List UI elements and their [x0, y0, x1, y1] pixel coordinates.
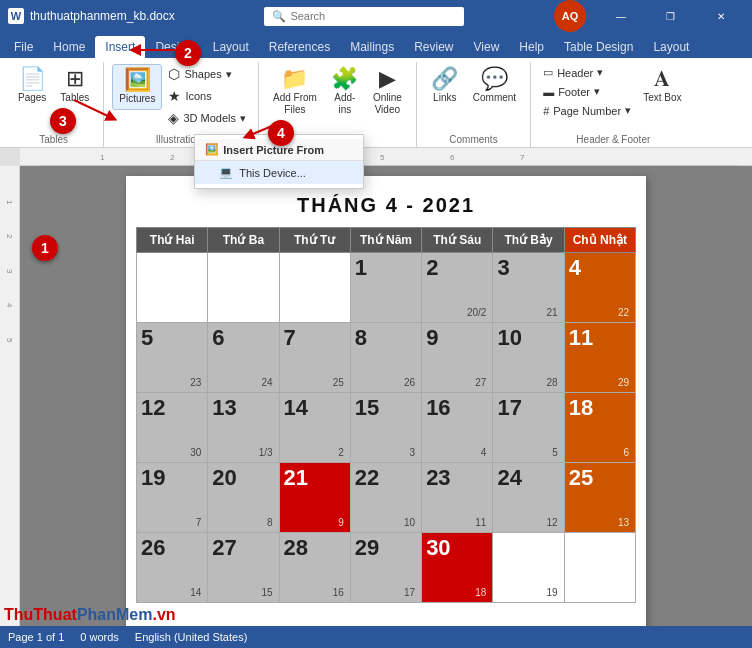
page-number-button[interactable]: # Page Number ▾ [539, 102, 635, 119]
calendar-table: Thứ Hai Thứ Ba Thứ Tư Thứ Năm Thứ Sáu Th… [136, 227, 636, 603]
watermark-text2: PhanMem [77, 606, 153, 623]
cal-row-3: 1230 131/3 142 153 164 175 186 [137, 393, 636, 463]
cal-cell-23: 2311 [422, 463, 493, 533]
tables-button[interactable]: ⊞ Tables [54, 64, 95, 108]
tab-design[interactable]: Design [145, 36, 202, 58]
cal-row-4: 197 208 219 2210 2311 2412 2513 [137, 463, 636, 533]
add-from-files-button[interactable]: 📁 Add FromFiles [267, 64, 323, 120]
3d-models-button[interactable]: ◈ 3D Models ▾ [164, 108, 250, 128]
ribbon-items-pages: 📄 Pages ⊞ Tables [12, 62, 95, 134]
calendar: THÁNG 4 - 2021 Thứ Hai Thứ Ba Thứ Tư Thứ… [136, 186, 636, 603]
tab-help[interactable]: Help [509, 36, 554, 58]
pictures-button[interactable]: 🖼️ Pictures [112, 64, 162, 110]
icons-button[interactable]: ★ Icons [164, 86, 250, 106]
cal-cell-empty-3 [279, 253, 350, 323]
th-fri: Thứ Sáu [422, 228, 493, 253]
text-box-label: Text Box [643, 92, 681, 104]
text-box-button[interactable]: 𝐀 Text Box [637, 64, 687, 108]
tab-references[interactable]: References [259, 36, 340, 58]
cal-cell-10: 1028 [493, 323, 564, 393]
main-area: 1 2 3 4 5 THÁNG 4 - 2021 Thứ Hai Thứ Ba … [0, 166, 752, 626]
svg-text:1: 1 [100, 153, 105, 162]
cal-cell-3: 321 [493, 253, 564, 323]
search-input[interactable] [290, 10, 450, 22]
cal-cell-4: 422 [564, 253, 635, 323]
page-number-dropdown-icon[interactable]: ▾ [625, 104, 631, 117]
svg-text:7: 7 [520, 153, 525, 162]
comment-button[interactable]: 💬 Comment [467, 64, 522, 108]
footer-icon: ▬ [543, 86, 554, 98]
icons-label: Icons [185, 90, 211, 102]
shapes-button[interactable]: ⬡ Shapes ▾ [164, 64, 250, 84]
dropdown-header: 🖼️ Insert Picture From [195, 139, 363, 161]
tab-home[interactable]: Home [43, 36, 95, 58]
cal-cell-20: 208 [208, 463, 279, 533]
cal-cell-5: 523 [137, 323, 208, 393]
tab-insert[interactable]: Insert [95, 36, 145, 58]
comment-icon: 💬 [481, 68, 508, 90]
tab-view[interactable]: View [464, 36, 510, 58]
close-button[interactable]: ✕ [698, 0, 744, 32]
ribbon-tabs: File Home Insert Design Layout Reference… [0, 32, 752, 58]
window-controls: AQ — ❐ ✕ [554, 0, 744, 32]
th-sat: Thứ Bảy [493, 228, 564, 253]
links-group-label: Comments [425, 134, 522, 147]
pages-button[interactable]: 📄 Pages [12, 64, 52, 108]
links-icon: 🔗 [431, 68, 458, 90]
ribbon-group-header-footer: ▭ Header ▾ ▬ Footer ▾ # Page Number ▾ 𝐀 … [531, 62, 695, 147]
tab-layout2[interactable]: Layout [643, 36, 699, 58]
tab-file[interactable]: File [4, 36, 43, 58]
search-bar[interactable]: 🔍 [264, 7, 464, 26]
cal-cell-6: 624 [208, 323, 279, 393]
3d-models-label: 3D Models [183, 112, 236, 124]
footer-dropdown-icon[interactable]: ▾ [594, 85, 600, 98]
cal-cell-12: 1230 [137, 393, 208, 463]
tab-mailings[interactable]: Mailings [340, 36, 404, 58]
ribbon-group-illustrations: 🖼️ Pictures ⬡ Shapes ▾ ★ Icons ◈ 3D Mode… [104, 62, 259, 147]
ruler-marks: 1 2 3 4 5 6 7 [40, 148, 732, 166]
minimize-button[interactable]: — [598, 0, 644, 32]
add-from-files-icon: 📁 [281, 68, 308, 90]
ruler-corner [0, 148, 20, 166]
footer-button[interactable]: ▬ Footer ▾ [539, 83, 635, 100]
cal-cell-28: 2816 [279, 533, 350, 603]
header-dropdown-icon[interactable]: ▾ [597, 66, 603, 79]
add-ins-button[interactable]: 🧩 Add-ins [325, 64, 365, 120]
cal-cell-empty-1 [137, 253, 208, 323]
tab-review[interactable]: Review [404, 36, 463, 58]
cal-cell-22: 2210 [350, 463, 421, 533]
annotation-1: 1 [32, 235, 58, 261]
tab-table-design[interactable]: Table Design [554, 36, 643, 58]
document-area: THÁNG 4 - 2021 Thứ Hai Thứ Ba Thứ Tư Thứ… [20, 166, 752, 626]
cal-cell-18: 186 [564, 393, 635, 463]
cal-cell-17: 175 [493, 393, 564, 463]
th-sun: Chủ Nhật [564, 228, 635, 253]
th-tue: Thứ Ba [208, 228, 279, 253]
header-button[interactable]: ▭ Header ▾ [539, 64, 635, 81]
restore-button[interactable]: ❐ [648, 0, 694, 32]
3d-dropdown-icon[interactable]: ▾ [240, 112, 246, 125]
online-video-label: OnlineVideo [373, 92, 402, 116]
page-number-label: Page Number [553, 105, 621, 117]
add-ins-label: Add-ins [334, 92, 355, 116]
links-button[interactable]: 🔗 Links [425, 64, 465, 108]
cal-cell-13: 131/3 [208, 393, 279, 463]
dropdown-title: Insert Picture From [223, 144, 324, 156]
online-video-button[interactable]: ▶ OnlineVideo [367, 64, 408, 120]
cal-cell-7: 725 [279, 323, 350, 393]
online-video-icon: ▶ [379, 68, 396, 90]
shapes-icon: ⬡ [168, 66, 180, 82]
tab-layout[interactable]: Layout [203, 36, 259, 58]
shapes-label: Shapes [184, 68, 221, 80]
cal-cell-24: 2412 [493, 463, 564, 533]
dropdown-item-device[interactable]: 💻 This Device... [195, 161, 363, 184]
cal-cell-21: 219 [279, 463, 350, 533]
ribbon-group-links: 🔗 Links 💬 Comment Comments [417, 62, 531, 147]
document-title: thuthuatphanmem_kb.docx [30, 9, 175, 23]
cal-cell-1: 1 [350, 253, 421, 323]
svg-text:2: 2 [170, 153, 175, 162]
shapes-dropdown-icon[interactable]: ▾ [226, 68, 232, 81]
hf-group-label: Header & Footer [539, 134, 687, 147]
cal-cell-empty-2 [208, 253, 279, 323]
watermark-text3: .vn [152, 606, 175, 623]
